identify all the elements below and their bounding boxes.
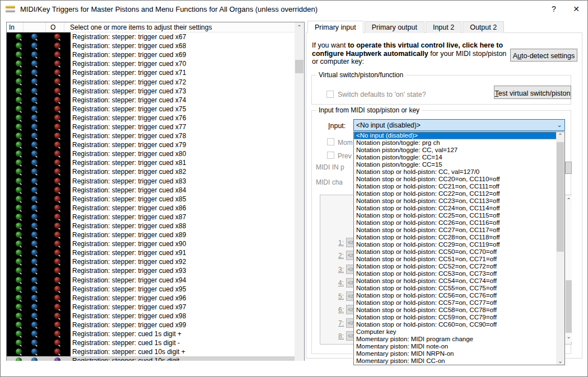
dropdown-item[interactable]: Notation stop or hold-piston: CC23=on, C… [354,197,564,205]
list-item[interactable]: Registration: stepper: trigger cued x86 [7,204,295,213]
scroll-up-icon[interactable]: ⌃ [295,22,304,32]
dropdown-item[interactable]: Notation stop or hold-piston: CC28=on, C… [354,234,564,241]
list-item[interactable]: Registration: stepper: trigger cued x99 [7,321,295,329]
scroll-up-icon[interactable]: ⌃ [556,132,564,139]
chevron-down-icon[interactable]: ⌄ [554,121,564,129]
list-item[interactable]: Registration: stepper: trigger cued x92 [7,257,295,266]
list-item[interactable]: Registration: stepper: trigger cued x97 [7,303,295,312]
window-help-button[interactable]: ? [543,1,565,17]
window-close-button[interactable]: ✕ [565,1,587,17]
dropdown-item[interactable]: Notation stop or hold-piston: CC51=on, C… [354,256,564,263]
panel-vertical-scrollbar[interactable]: ⌃ ⌄ [564,195,572,342]
dropdown-item[interactable]: Notation stop or hold-piston: CC29=on, C… [354,241,564,248]
tab-primary-input[interactable]: Primary input [307,21,363,33]
dropdown-item[interactable]: Notation stop or hold-piston: CC21=on, C… [354,183,564,190]
list-item[interactable]: Registration: stepper: trigger cued x74 [7,96,295,105]
list-item[interactable]: Registration: stepper: cued 1s digit + [7,329,295,338]
scrollbar-thumb[interactable] [295,60,304,73]
momentary-checkbox [327,138,334,145]
dropdown-item[interactable]: Notation piston/toggle: CC=15 [354,161,564,168]
list-item[interactable]: Registration: stepper: trigger cued x96 [7,294,295,303]
scroll-down-icon[interactable]: ⌄ [556,357,564,365]
led-zone [7,204,71,213]
list-item[interactable]: Registration: stepper: trigger cued x78 [7,131,295,140]
list-item[interactable]: Registration: stepper: trigger cued x93 [7,266,295,275]
dropdown-item[interactable]: Notation stop or hold-piston: CC22=on, C… [354,190,564,197]
dropdown-item[interactable]: Notation stop or hold-piston: CC58=on, C… [354,307,564,314]
list-item[interactable]: Registration: stepper: trigger cued x67 [7,32,295,41]
preset-row-number: 1: [321,239,344,247]
auto-detect-settings-button[interactable]: Auto-detect settings [510,49,577,62]
list-item[interactable]: Registration: stepper: trigger cued x91 [7,248,295,257]
scrollbar-thumb[interactable] [557,142,564,252]
list-item[interactable]: Registration: stepper: trigger cued x80 [7,149,295,158]
list-item[interactable]: Registration: stepper: trigger cued x84 [7,186,295,195]
dropdown-item[interactable]: Notation stop or hold-piston: CC26=on, C… [354,219,564,227]
dropdown-item[interactable]: Notation stop or hold-piston: CC20=on, C… [354,176,564,183]
list-item[interactable]: Registration: stepper: trigger cued x98 [7,312,295,321]
list-item[interactable]: Registration: stepper: trigger cued x75 [7,105,295,114]
column-header-in[interactable]: In [7,22,24,32]
column-header-select[interactable]: Select one or more items to adjust their… [64,22,295,32]
list-item[interactable]: Registration: stepper: trigger cued x87 [7,213,295,222]
scroll-up-icon[interactable]: ⌃ [565,196,572,204]
dropdown-item[interactable]: Momentary piston: MIDI note-on [354,343,564,350]
dropdown-item[interactable]: Notation stop or hold-piston: CC52=on, C… [354,263,564,270]
dropdown-item[interactable]: Notation stop or hold-piston: CC54=on, C… [354,277,564,285]
input-combobox[interactable]: <No input (disabled)> ⌄ [353,119,565,131]
dropdown-item[interactable]: Notation stop or hold-piston: CC56=on, C… [354,292,564,299]
list-item[interactable]: Registration: stepper: trigger cued x69 [7,50,295,59]
list-item[interactable]: Registration: stepper: trigger cued x90 [7,239,295,248]
list-item[interactable]: Registration: stepper: trigger cued x71 [7,68,295,77]
list-item[interactable]: Registration: stepper: trigger cued x95 [7,285,295,294]
dropdown-item[interactable]: Momentary piston: MIDI CC-on [354,357,564,365]
dropdown-item[interactable]: Notation stop or hold-piston: CC27=on, C… [354,227,564,234]
input-led-icon [16,133,22,139]
list-item[interactable]: Registration: stepper: trigger cued x89 [7,230,295,239]
dropdown-item[interactable]: <No input (disabled)> [354,132,564,139]
list-item[interactable]: Registration: stepper: cued 1s digit - [7,338,295,347]
input-led-icon [16,241,22,247]
scroll-down-icon[interactable]: ⌄ [565,333,572,341]
list-item[interactable]: Registration: stepper: trigger cued x81 [7,158,295,167]
scrollbar-thumb[interactable] [566,280,572,333]
list-item[interactable]: Registration: stepper: trigger cued x82 [7,167,295,176]
list-item[interactable]: Registration: stepper: cued 10s digit + [7,347,295,356]
switch-defaults-checkbox [326,91,334,98]
dropdown-item[interactable]: Notation stop or hold-piston: CC57=on, C… [354,299,564,307]
list-item[interactable]: Registration: stepper: trigger cued x79 [7,140,295,149]
dropdown-item[interactable]: Notation piston/toggle: CC, val=127 [354,147,564,154]
list-item[interactable]: Registration: stepper: trigger cued x72 [7,77,295,86]
dropdown-item[interactable]: Computer key [354,328,564,336]
tab-output-2[interactable]: Output 2 [463,21,504,33]
column-header-o[interactable]: O [46,22,64,32]
dropdown-item[interactable]: Notation stop or hold-piston: CC24=on, C… [354,205,564,212]
dropdown-item[interactable]: Notation piston/toggle: CC=14 [354,154,564,161]
list-item[interactable]: Registration: stepper: trigger cued x70 [7,59,295,68]
dropdown-item[interactable]: Momentary piston: MIDI program change [354,336,564,343]
dropdown-item[interactable]: Notation stop or hold-piston: CC59=on, C… [354,314,564,321]
column-header-blank[interactable] [24,22,46,32]
dropdown-item[interactable]: Notation stop or hold-piston: CC53=on, C… [354,270,564,277]
test-virtual-switch-button[interactable]: Test virtual switch/piston [494,86,571,99]
dropdown-scrollbar[interactable]: ⌃ ⌄ [556,132,564,365]
list-item[interactable]: Registration: stepper: trigger cued x94 [7,276,295,285]
dropdown-item[interactable]: Momentary piston: MIDI NRPN-on [354,350,564,357]
list-item[interactable]: Registration: stepper: trigger cued x77 [7,122,295,131]
dropdown-item[interactable]: Notation stop or hold-piston: CC, val=12… [354,168,564,176]
dropdown-item[interactable]: Notation stop or hold-piston: CC60=on, C… [354,321,564,328]
list-item[interactable]: Registration: stepper: trigger cued x76 [7,114,295,122]
tab-input-2[interactable]: Input 2 [426,21,461,33]
list-item[interactable]: Registration: stepper: trigger cued x68 [7,41,295,50]
dropdown-item[interactable]: Notation stop or hold-piston: CC25=on, C… [354,212,564,219]
dropdown-item[interactable]: Notation stop or hold-piston: CC50=on, C… [354,248,564,256]
list-item[interactable]: Registration: stepper: trigger cued x73 [7,87,295,96]
list-item[interactable]: Registration: stepper: trigger cued x83 [7,177,295,186]
list-vertical-scrollbar[interactable]: ⌃ ⌄ [295,22,304,366]
list-item-label: Registration: stepper: trigger cued x84 [71,186,186,194]
list-item[interactable]: Registration: stepper: trigger cued x88 [7,222,295,230]
dropdown-item[interactable]: Notation stop or hold-piston: CC55=on, C… [354,285,564,292]
tab-primary-output[interactable]: Primary output [365,21,424,33]
list-item[interactable]: Registration: stepper: trigger cued x85 [7,195,295,204]
dropdown-item[interactable]: Notation piston/toggle: prg ch [354,139,564,147]
